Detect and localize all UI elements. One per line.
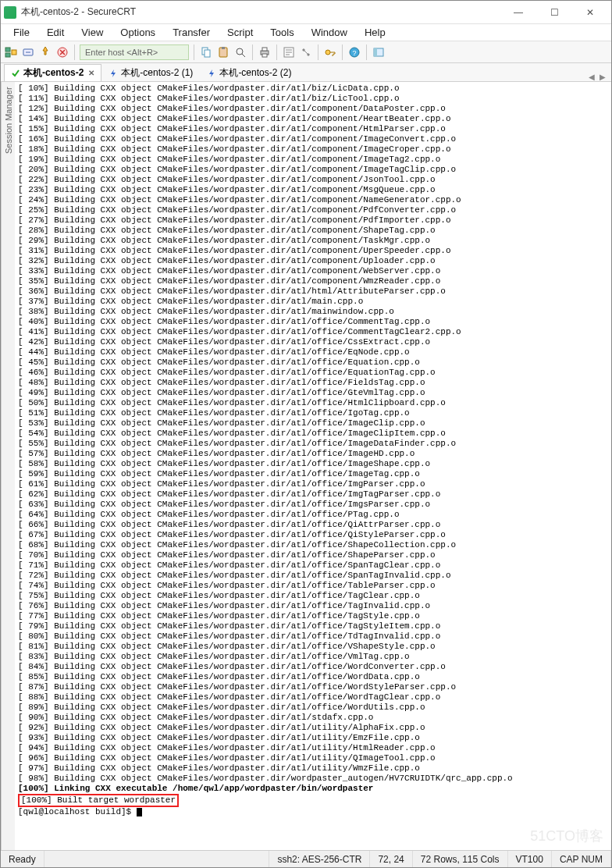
svg-rect-2 bbox=[12, 50, 16, 55]
toolbar: Enter host <Alt+R> ? bbox=[1, 41, 611, 63]
quick-connect-icon[interactable] bbox=[38, 45, 52, 59]
tab-session-1[interactable]: 本机-centos-2 ✕ bbox=[4, 64, 101, 81]
svg-text:?: ? bbox=[352, 49, 356, 57]
window-title: 本机-centos-2 - SecureCRT bbox=[21, 5, 500, 19]
svg-rect-12 bbox=[262, 54, 267, 57]
svg-point-9 bbox=[237, 48, 243, 55]
app-icon bbox=[4, 6, 16, 19]
menu-window[interactable]: Window bbox=[304, 25, 355, 40]
main-body: Session Manager [ 10%] Building CXX obje… bbox=[1, 82, 611, 850]
copy-icon[interactable] bbox=[199, 45, 213, 59]
tab-session-3[interactable]: 本机-centos-2 (2) bbox=[200, 64, 298, 81]
menu-view[interactable]: View bbox=[73, 25, 111, 40]
menu-edit[interactable]: Edit bbox=[39, 25, 72, 40]
status-term-type: VT100 bbox=[508, 851, 552, 867]
svg-rect-8 bbox=[222, 47, 225, 49]
status-protocol: ssh2: AES-256-CTR bbox=[269, 851, 370, 867]
check-icon bbox=[11, 69, 20, 78]
toolbar-separator bbox=[318, 44, 318, 60]
menu-transfer[interactable]: Transfer bbox=[165, 25, 218, 40]
status-size: 72 Rows, 115 Cols bbox=[413, 851, 508, 867]
toolbar-separator bbox=[194, 44, 194, 60]
tab-label: 本机-centos-2 bbox=[23, 66, 84, 80]
lightning-icon bbox=[109, 69, 118, 78]
menu-file[interactable]: File bbox=[5, 25, 37, 40]
menu-options[interactable]: Options bbox=[112, 25, 163, 40]
status-spacer bbox=[44, 851, 270, 867]
status-locks: CAP NUM bbox=[552, 851, 611, 867]
key-icon[interactable] bbox=[323, 45, 337, 59]
session-manager-icon[interactable] bbox=[4, 45, 18, 59]
toolbar-separator bbox=[252, 44, 253, 60]
session-manager-panel[interactable]: Session Manager bbox=[1, 82, 15, 850]
tab-next-button[interactable]: ▶ bbox=[597, 73, 608, 81]
toolbar-separator bbox=[74, 44, 75, 60]
status-bar: Ready ssh2: AES-256-CTR 72, 24 72 Rows, … bbox=[1, 850, 611, 867]
svg-rect-1 bbox=[5, 53, 10, 57]
menu-tools[interactable]: Tools bbox=[262, 25, 301, 40]
menu-script[interactable]: Script bbox=[219, 25, 261, 40]
toggle-icon[interactable] bbox=[372, 45, 386, 59]
toolbar-separator bbox=[342, 44, 343, 60]
paste-icon[interactable] bbox=[216, 45, 230, 59]
toolbar-separator bbox=[366, 44, 367, 60]
lightning-icon bbox=[207, 69, 216, 78]
properties-icon[interactable] bbox=[282, 45, 296, 59]
tab-label: 本机-centos-2 (2) bbox=[219, 66, 291, 80]
svg-rect-6 bbox=[205, 50, 210, 57]
status-cursor-pos: 72, 24 bbox=[370, 851, 412, 867]
tab-prev-button[interactable]: ◀ bbox=[586, 73, 597, 81]
settings-icon[interactable] bbox=[299, 45, 313, 59]
svg-rect-0 bbox=[5, 48, 10, 52]
maximize-button[interactable]: ☐ bbox=[536, 1, 572, 24]
find-icon[interactable] bbox=[233, 45, 247, 59]
terminal-output[interactable]: [ 10%] Building CXX object CMakeFiles/wo… bbox=[15, 82, 611, 850]
help-icon[interactable]: ? bbox=[347, 45, 361, 59]
print-icon[interactable] bbox=[258, 45, 272, 59]
status-ready: Ready bbox=[1, 851, 44, 867]
svg-rect-11 bbox=[262, 48, 267, 51]
svg-rect-18 bbox=[374, 48, 377, 56]
svg-point-14 bbox=[326, 50, 330, 55]
menu-help[interactable]: Help bbox=[357, 25, 393, 40]
connect-icon[interactable] bbox=[21, 45, 35, 59]
disconnect-icon[interactable] bbox=[55, 45, 69, 59]
close-button[interactable]: ✕ bbox=[572, 1, 608, 24]
minimize-button[interactable]: — bbox=[500, 1, 536, 24]
host-input[interactable]: Enter host <Alt+R> bbox=[80, 44, 189, 60]
tab-bar: 本机-centos-2 ✕ 本机-centos-2 (1) 本机-centos-… bbox=[1, 63, 611, 82]
tab-session-2[interactable]: 本机-centos-2 (1) bbox=[101, 64, 200, 81]
titlebar: 本机-centos-2 - SecureCRT — ☐ ✕ bbox=[1, 1, 611, 24]
toolbar-separator bbox=[276, 44, 277, 60]
close-icon[interactable]: ✕ bbox=[88, 69, 94, 77]
tab-label: 本机-centos-2 (1) bbox=[121, 66, 193, 80]
menubar: File Edit View Options Transfer Script T… bbox=[1, 24, 611, 41]
